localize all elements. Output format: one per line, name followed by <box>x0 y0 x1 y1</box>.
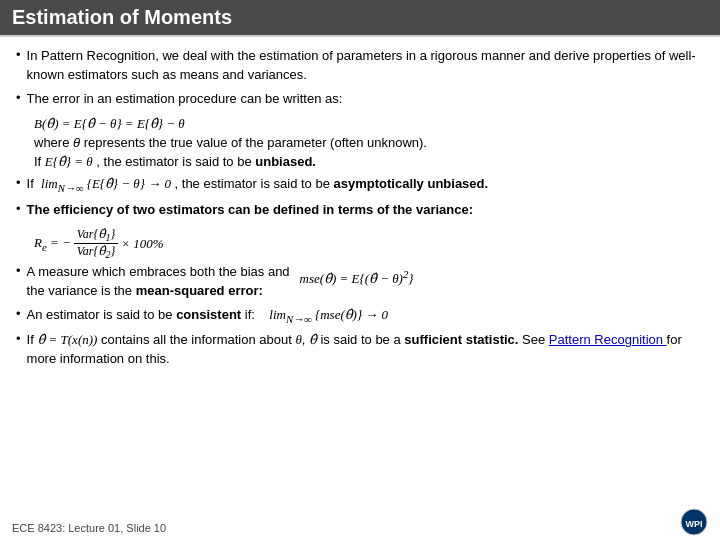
logo: WPI <box>680 508 708 536</box>
formula-2: Re = − Var{θ̂1} Var{θ̂2} × 100% <box>34 227 704 261</box>
bullet-text-4: The efficiency of two estimators can be … <box>27 201 473 220</box>
mse-formula: mse(θ̂) = E{(θ̂ − θ)2} <box>300 267 414 286</box>
bullet-text-2: The error in an estimation procedure can… <box>27 90 343 109</box>
bullet-text-1: In Pattern Recognition, we deal with the… <box>27 47 704 85</box>
bullet-4: • The efficiency of two estimators can b… <box>16 201 704 220</box>
formula-2-text: Re = − <box>34 235 71 253</box>
bullet-6: • An estimator is said to be consistent … <box>16 306 704 327</box>
bullet-icon-5: • <box>16 263 21 278</box>
bullet-icon-4: • <box>16 201 21 216</box>
bullet-1: • In Pattern Recognition, we deal with t… <box>16 47 704 85</box>
page-title: Estimation of Moments <box>12 6 232 28</box>
bullet-icon-7: • <box>16 331 21 346</box>
bullet-3: • If limN→∞ {E{θ̂} − θ} → 0 , the estima… <box>16 175 704 196</box>
bullet-text-6: An estimator is said to be consistent if… <box>27 306 389 327</box>
formula-2-mult: × 100% <box>121 236 163 252</box>
mse-formula-text: mse(θ̂) = E{(θ̂ − θ)2} <box>300 271 414 286</box>
bullet-text-3: If limN→∞ {E{θ̂} − θ} → 0 , the estimato… <box>27 175 489 196</box>
bullet-icon-2: • <box>16 90 21 105</box>
bullet-7: • If θ̂ = T(x(n)) contains all the infor… <box>16 331 704 369</box>
if-line-1: If E{θ̂} = θ , the estimator is said to … <box>34 154 704 170</box>
bullet-text-5: A measure which embraces both the bias a… <box>27 263 290 301</box>
formula-2-fraction: Var{θ̂1} Var{θ̂2} <box>74 227 119 261</box>
svg-text:WPI: WPI <box>686 519 703 529</box>
bullet-2: • The error in an estimation procedure c… <box>16 90 704 109</box>
bullet-5-left: • A measure which embraces both the bias… <box>16 263 290 301</box>
bullet-text-7: If θ̂ = T(x(n)) contains all the informa… <box>27 331 704 369</box>
pattern-recognition-link[interactable]: Pattern Recognition <box>549 332 667 347</box>
formula-1-text: B(θ̂) = E{θ̂ − θ} = E{θ̂} − θ <box>34 116 185 132</box>
bullet-5: • A measure which embraces both the bias… <box>16 263 290 301</box>
bullet-5-area: • A measure which embraces both the bias… <box>16 263 704 301</box>
formula-1: B(θ̂) = E{θ̂ − θ} = E{θ̂} − θ <box>34 116 704 132</box>
footer: ECE 8423: Lecture 01, Slide 10 <box>12 522 166 534</box>
bullet-icon-3: • <box>16 175 21 190</box>
footer-label: ECE 8423: Lecture 01, Slide 10 <box>12 522 166 534</box>
content-area: • In Pattern Recognition, we deal with t… <box>0 37 720 380</box>
logo-icon: WPI <box>680 508 708 536</box>
title-bar: Estimation of Moments <box>0 0 720 37</box>
bullet-icon-6: • <box>16 306 21 321</box>
bullet-icon-1: • <box>16 47 21 62</box>
where-line: where θ represents the true value of the… <box>34 135 704 150</box>
page-container: Estimation of Moments • In Pattern Recog… <box>0 0 720 540</box>
